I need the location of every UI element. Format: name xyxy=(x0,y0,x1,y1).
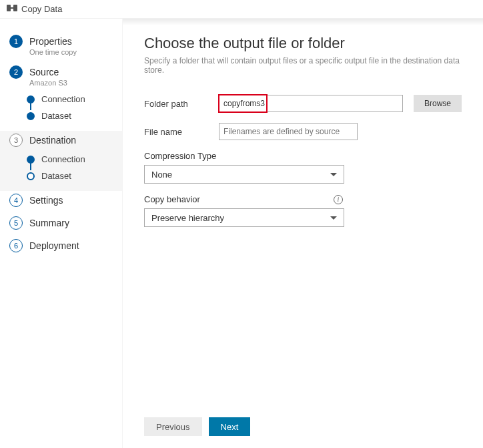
substep-destination-dataset[interactable]: Dataset xyxy=(25,168,113,184)
copy-behavior-value: Preserve hierarchy xyxy=(151,213,224,223)
substep-source-dataset[interactable]: Dataset xyxy=(25,107,113,124)
file-name-row: File name xyxy=(144,123,462,140)
footer: Previous Next xyxy=(144,409,462,436)
step-title: Deployment xyxy=(29,240,79,251)
connector-line xyxy=(30,102,31,110)
step-subtitle: Amazon S3 xyxy=(29,79,113,87)
chevron-down-icon xyxy=(330,173,337,176)
substep-label: Dataset xyxy=(41,111,71,121)
step-settings[interactable]: 4 Settings xyxy=(0,191,122,214)
svg-rect-0 xyxy=(7,5,11,11)
substep-destination-connection[interactable]: Connection xyxy=(25,151,113,168)
step-title: Summary xyxy=(29,218,69,228)
file-name-input xyxy=(219,123,358,140)
substep-source-connection[interactable]: Connection xyxy=(25,91,113,107)
substep-label: Connection xyxy=(41,94,85,104)
connector-line xyxy=(30,162,31,170)
page-subtitle: Specify a folder that will contain outpu… xyxy=(144,56,462,75)
substep-label: Connection xyxy=(41,154,85,164)
step-num: 5 xyxy=(9,216,23,230)
step-summary[interactable]: 5 Summary xyxy=(0,214,122,236)
step-num: 3 xyxy=(9,134,23,147)
main-content: Choose the output file or folder Specify… xyxy=(123,19,483,448)
page-title: Choose the output file or folder xyxy=(144,35,462,52)
folder-path-row: Folder path Browse xyxy=(144,95,462,112)
previous-button[interactable]: Previous xyxy=(144,417,202,436)
compression-value: None xyxy=(151,170,172,180)
compression-block: Compression Type None xyxy=(144,151,462,184)
step-num: 4 xyxy=(9,194,23,207)
titlebar-title: Copy Data xyxy=(21,4,62,14)
wizard-sidebar: 1 Properties One time copy 2 Source Amaz… xyxy=(0,19,123,448)
step-title: Source xyxy=(29,67,59,77)
step-num: 2 xyxy=(9,65,23,79)
titlebar: Copy Data xyxy=(0,0,483,19)
file-name-label: File name xyxy=(144,127,208,137)
copy-behavior-dropdown[interactable]: Preserve hierarchy xyxy=(144,208,344,227)
info-icon[interactable]: i xyxy=(334,195,343,204)
dot-icon xyxy=(27,172,35,180)
compression-dropdown[interactable]: None xyxy=(144,165,344,184)
copy-behavior-label: Copy behavior xyxy=(144,194,200,204)
compression-label: Compression Type xyxy=(144,151,216,161)
copy-icon xyxy=(7,3,17,15)
step-num: 6 xyxy=(9,239,23,252)
browse-button[interactable]: Browse xyxy=(414,95,462,112)
step-title: Properties xyxy=(29,36,72,47)
substep-label: Dataset xyxy=(41,171,71,181)
step-num: 1 xyxy=(9,35,23,48)
step-title: Settings xyxy=(29,195,63,206)
step-title: Destination xyxy=(29,135,76,146)
copy-behavior-block: Copy behavior i Preserve hierarchy xyxy=(144,194,462,227)
next-button[interactable]: Next xyxy=(209,417,251,436)
chevron-down-icon xyxy=(330,216,337,220)
step-properties[interactable]: 1 Properties One time copy xyxy=(0,32,122,63)
step-subtitle: One time copy xyxy=(29,48,113,56)
step-source[interactable]: 2 Source Amazon S3 Connection Dataset xyxy=(0,63,122,131)
step-destination[interactable]: 3 Destination Connection Dataset xyxy=(0,131,122,191)
dot-icon xyxy=(27,112,35,120)
folder-path-input[interactable] xyxy=(219,95,403,112)
step-deployment[interactable]: 6 Deployment xyxy=(0,236,122,259)
folder-path-label: Folder path xyxy=(144,99,208,109)
